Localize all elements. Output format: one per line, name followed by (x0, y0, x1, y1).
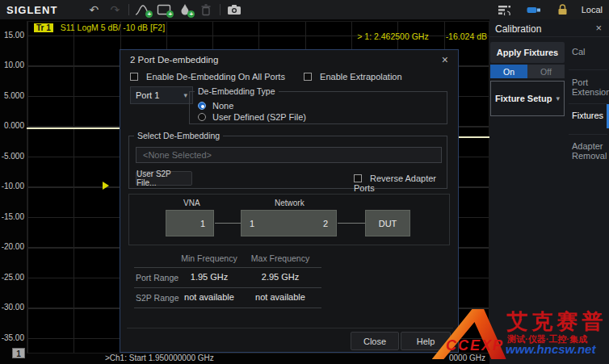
siglent-logo: SIGLENT (6, 4, 57, 16)
add-window-icon[interactable]: + (153, 1, 174, 19)
calibration-panel: Calibration × Apply Fixtures On Off Fixt… (489, 19, 609, 364)
y-axis-label: -5.000 (0, 151, 24, 161)
de-embedding-dialog: 2 Port De-embedding × Enable De-Embeddin… (120, 49, 459, 353)
group-label: De-Embedding Type (195, 86, 279, 96)
enable-extrapolation-checkbox[interactable]: Enable Extrapolation (304, 72, 402, 82)
fixtures-off-toggle[interactable]: Off (527, 65, 565, 78)
apply-fixtures-button[interactable]: Apply Fixtures (490, 42, 565, 63)
stop-frequency-text: 0000 GHz (449, 354, 485, 362)
checkbox-label: Reverse Adapter Ports (354, 174, 436, 193)
de-embedding-file-field[interactable]: <None Selected> (136, 147, 442, 163)
start-frequency-text: >Ch1: Start 1.950000000 GHz (105, 354, 214, 362)
top-toolbar: SIGLENT ↶ ↷ + + + (0, 0, 609, 19)
dialog-title: 2 Port De-embedding (130, 55, 218, 65)
y-axis-label: 5.000 (0, 90, 24, 101)
reverse-adapter-ports-checkbox[interactable]: Reverse Adapter Ports (354, 174, 447, 193)
user-s2p-file-button[interactable]: User S2P File... (136, 171, 192, 186)
panel-close-icon[interactable]: × (595, 22, 602, 34)
dialog-close-icon[interactable]: × (442, 53, 448, 66)
vna-screen: SIGLENT ↶ ↷ + + + (0, 0, 609, 364)
chevron-down-icon: ▾ (183, 91, 187, 99)
calibration-panel-header: Calibration × (489, 19, 609, 37)
tab-divider (569, 134, 607, 135)
toolbar-divider (128, 4, 129, 15)
port-range-min: 1.95 GHz (169, 272, 250, 282)
redo-icon: ↷ (104, 1, 125, 19)
port-select-value: Port 1 (136, 90, 159, 100)
vna-box: 1 (166, 210, 214, 236)
tab-port-extension[interactable]: Port Extension (572, 77, 607, 97)
marker-value: -16.024 dB (446, 31, 487, 41)
trace-settings-text: S11 LogM 5 dB/ -10 dB [F2] (61, 23, 165, 32)
fixture-setup-label: Fixture Setup (495, 94, 552, 103)
y-axis-label: -10.00 (0, 181, 24, 191)
s2p-range-min: not available (169, 292, 250, 302)
tab-adapter-removal[interactable]: Adapter Removal (572, 141, 607, 161)
add-trace-icon[interactable]: + (132, 1, 153, 19)
group-label: Select De-Embedding (134, 131, 223, 140)
dut-label: DUT (379, 219, 397, 228)
select-de-embedding-group: Select De-Embedding <None Selected> User… (128, 136, 447, 189)
marker-frequency: > 1: 2.462500 GHz (357, 31, 428, 41)
network-port-2: 2 (323, 219, 328, 228)
trace-info-bar[interactable]: Tr 1 S11 LogM 5 dB/ -10 dB [F2] (34, 23, 165, 32)
undo-icon[interactable]: ↶ (83, 1, 104, 19)
y-axis-label: -15.00 (0, 211, 24, 222)
help-button[interactable]: Help (401, 332, 451, 350)
y-axis-label: -20.00 (0, 241, 24, 252)
chevron-down-icon: ▾ (556, 94, 560, 103)
tab-divider (569, 103, 607, 104)
reference-level-marker (103, 182, 109, 190)
radio-button[interactable] (198, 113, 206, 121)
add-marker-icon[interactable]: + (174, 1, 195, 19)
vna-label: VNA (183, 199, 200, 207)
dut-box: DUT (365, 210, 410, 236)
checkbox-box[interactable] (130, 73, 138, 81)
fixture-setup-dropdown[interactable]: Fixture Setup ▾ (490, 81, 565, 116)
screenshot-camera-icon[interactable] (224, 1, 245, 19)
checkbox-label: Enable Extrapolation (320, 72, 402, 82)
network-box: 1 2 (241, 210, 337, 236)
vna-port-number: 1 (200, 219, 205, 228)
screen-config-icon[interactable] (494, 1, 515, 19)
checkbox-box[interactable] (304, 73, 312, 81)
table-divider (134, 308, 321, 308)
network-label: Network (275, 199, 304, 207)
lock-icon[interactable] (552, 1, 573, 19)
fixtures-on-toggle[interactable]: On (490, 65, 527, 78)
local-button[interactable]: Local (582, 5, 603, 15)
s11-trace-segment (27, 128, 120, 129)
enable-all-ports-checkbox[interactable]: Enable De-Embedding On All Ports (130, 72, 285, 82)
table-divider (134, 267, 321, 268)
tab-fixtures[interactable]: Fixtures (572, 111, 607, 120)
usb-icon[interactable] (523, 1, 544, 19)
port-select-dropdown[interactable]: Port 1 ▾ (130, 86, 193, 104)
network-port-1: 1 (250, 219, 254, 228)
y-axis-label: 15.00 (0, 30, 24, 40)
marker-readout: > 1: 2.462500 GHz -16.024 dB (234, 31, 487, 41)
panel-title: Calibration (495, 23, 541, 35)
y-axis-label: 0.000 (0, 120, 24, 131)
network-diagram-panel: VNA Network 1 1 2 DUT (128, 194, 450, 245)
min-frequency-header: Min Frequency (169, 253, 250, 263)
dialog-footer-divider (127, 328, 453, 328)
tab-cal[interactable]: Cal (572, 47, 607, 56)
toolbar-divider (220, 4, 220, 15)
close-button[interactable]: Close (351, 332, 399, 350)
y-axis-label: -25.00 (0, 272, 24, 282)
table-divider (134, 287, 321, 288)
trace-badge[interactable]: Tr 1 (34, 23, 53, 32)
checkbox-box[interactable] (354, 174, 362, 182)
s11-trace-segment (459, 136, 489, 138)
tab-divider (569, 69, 607, 70)
s2p-range-max: not available (240, 292, 321, 302)
radio-user-defined[interactable]: User Defined (S2P File) (198, 112, 306, 122)
y-axis-label: 10.00 (0, 60, 24, 70)
y-axis-label: -35.00 (0, 333, 24, 343)
de-embedding-type-group: De-Embedding Type None User Defined (S2P… (189, 91, 447, 124)
radio-button-selected[interactable] (198, 102, 206, 110)
radio-none[interactable]: None (198, 101, 233, 111)
port-range-max: 2.95 GHz (240, 272, 321, 282)
max-frequency-header: Max Frequency (240, 253, 321, 263)
channel-badge[interactable]: 1 (12, 348, 25, 358)
